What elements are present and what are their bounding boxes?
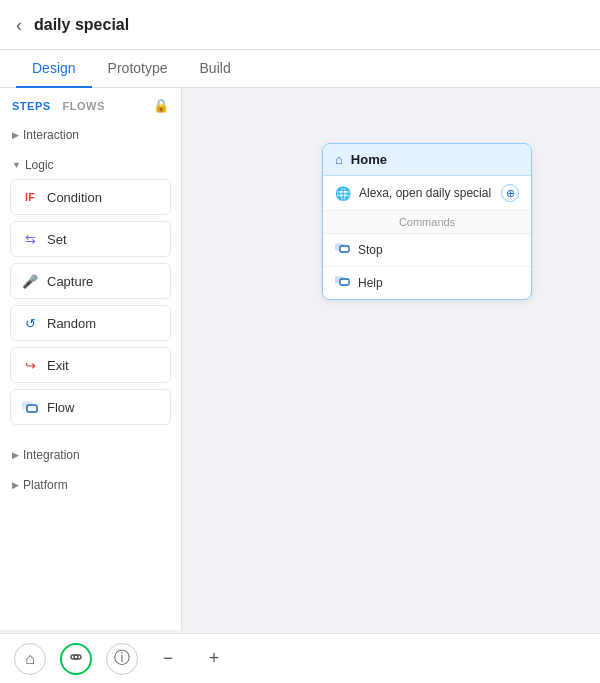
- steps-tab[interactable]: STEPS: [12, 100, 51, 112]
- commands-label: Commands: [323, 211, 531, 234]
- set-icon: ⇆: [21, 230, 39, 248]
- plus-icon: +: [209, 648, 220, 669]
- interaction-label: Interaction: [23, 128, 79, 142]
- command-help[interactable]: Help: [323, 267, 531, 299]
- app-title: daily special: [34, 16, 129, 34]
- set-label: Set: [47, 232, 67, 247]
- interaction-arrow: ▶: [12, 130, 19, 140]
- logic-group-header[interactable]: ▼ Logic: [12, 153, 169, 177]
- main-layout: STEPS FLOWS 🔒 ▶ Interaction ▼ Logic IF C…: [0, 88, 600, 630]
- logic-items: IF Condition ⇆ Set 🎤 Capture ↺ Random ↪: [0, 179, 181, 439]
- logic-label: Logic: [25, 158, 54, 172]
- help-flow-icon: [335, 275, 350, 291]
- random-label: Random: [47, 316, 96, 331]
- zoom-out-button[interactable]: −: [152, 643, 184, 675]
- step-condition[interactable]: IF Condition: [10, 179, 171, 215]
- sidebar-header: STEPS FLOWS 🔒: [0, 88, 181, 119]
- flow-label: Flow: [47, 400, 74, 415]
- back-button[interactable]: ‹: [16, 16, 22, 34]
- step-flow[interactable]: Flow: [10, 389, 171, 425]
- exit-icon: ↪: [21, 356, 39, 374]
- stop-label: Stop: [358, 243, 383, 257]
- info-toolbar-button[interactable]: ⓘ: [106, 643, 138, 675]
- flow-icon: [21, 398, 39, 416]
- capture-icon: 🎤: [21, 272, 39, 290]
- home-toolbar-icon: ⌂: [25, 650, 35, 668]
- platform-arrow: ▶: [12, 480, 19, 490]
- step-capture[interactable]: 🎤 Capture: [10, 263, 171, 299]
- canvas: ⌂ Home 🌐 Alexa, open daily special ⊕ Com…: [182, 88, 600, 630]
- integration-group-header[interactable]: ▶ Integration: [12, 443, 169, 467]
- condition-label: Condition: [47, 190, 102, 205]
- bottom-toolbar: ⌂ ⓘ − +: [0, 633, 600, 683]
- step-set[interactable]: ⇆ Set: [10, 221, 171, 257]
- help-label: Help: [358, 276, 383, 290]
- capture-label: Capture: [47, 274, 93, 289]
- step-random[interactable]: ↺ Random: [10, 305, 171, 341]
- invocation-row[interactable]: 🌐 Alexa, open daily special ⊕: [323, 176, 531, 211]
- platform-label: Platform: [23, 478, 68, 492]
- command-stop[interactable]: Stop: [323, 234, 531, 267]
- add-invocation-button[interactable]: ⊕: [501, 184, 519, 202]
- logic-arrow: ▼: [12, 160, 21, 170]
- home-icon: ⌂: [335, 152, 343, 167]
- tab-prototype[interactable]: Prototype: [92, 50, 184, 88]
- logic-section: ▼ Logic: [0, 149, 181, 179]
- exit-label: Exit: [47, 358, 69, 373]
- interaction-section: ▶ Interaction: [0, 119, 181, 149]
- integration-label: Integration: [23, 448, 80, 462]
- svg-rect-1: [27, 405, 37, 412]
- condition-icon: IF: [21, 188, 39, 206]
- lock-icon: 🔒: [153, 98, 169, 113]
- top-bar: ‹ daily special: [0, 0, 600, 50]
- tab-build[interactable]: Build: [184, 50, 247, 88]
- step-exit[interactable]: ↪ Exit: [10, 347, 171, 383]
- home-toolbar-button[interactable]: ⌂: [14, 643, 46, 675]
- integration-arrow: ▶: [12, 450, 19, 460]
- svg-rect-5: [340, 279, 349, 285]
- platform-section: ▶ Platform: [0, 469, 181, 499]
- platform-group-header[interactable]: ▶ Platform: [12, 473, 169, 497]
- minus-icon: −: [163, 648, 174, 669]
- invocation-text: Alexa, open daily special: [359, 186, 493, 200]
- invocation-icon: 🌐: [335, 186, 351, 201]
- random-icon: ↺: [21, 314, 39, 332]
- stop-flow-icon: [335, 242, 350, 258]
- flows-tab[interactable]: FLOWS: [63, 100, 105, 112]
- link-toolbar-button[interactable]: [60, 643, 92, 675]
- interaction-group-header[interactable]: ▶ Interaction: [12, 123, 169, 147]
- card-header: ⌂ Home: [323, 144, 531, 176]
- sidebar: STEPS FLOWS 🔒 ▶ Interaction ▼ Logic IF C…: [0, 88, 182, 630]
- info-toolbar-icon: ⓘ: [114, 648, 130, 669]
- card-title: Home: [351, 152, 387, 167]
- prototype-card: ⌂ Home 🌐 Alexa, open daily special ⊕ Com…: [322, 143, 532, 300]
- svg-rect-3: [340, 246, 349, 252]
- zoom-in-button[interactable]: +: [198, 643, 230, 675]
- tab-bar: Design Prototype Build: [0, 50, 600, 88]
- tab-design[interactable]: Design: [16, 50, 92, 88]
- integration-section: ▶ Integration: [0, 439, 181, 469]
- link-toolbar-icon: [68, 650, 84, 668]
